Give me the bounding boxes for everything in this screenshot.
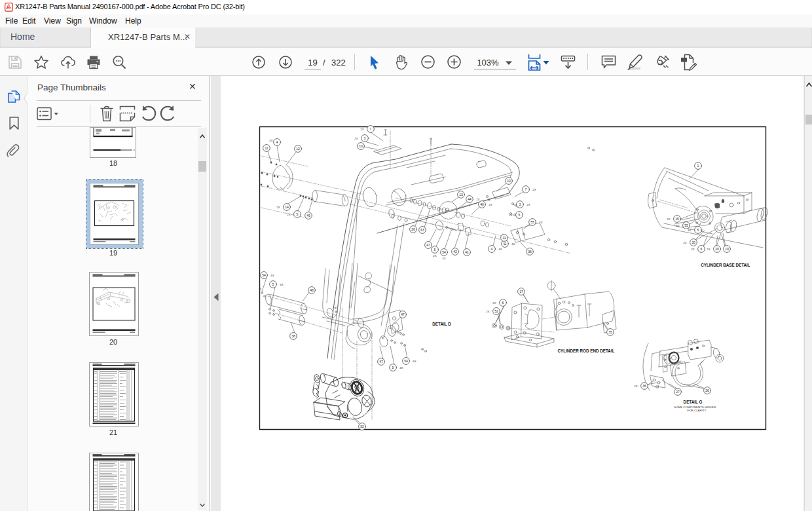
svg-text:38: 38 [291, 334, 295, 338]
svg-text:52: 52 [360, 425, 364, 428]
svg-text:47: 47 [426, 243, 430, 247]
svg-text:2X: 2X [526, 203, 530, 206]
svg-text:2X: 2X [354, 137, 358, 140]
svg-text:2X: 2X [360, 128, 363, 131]
svg-text:2X: 2X [492, 301, 496, 305]
svg-text:2X: 2X [276, 206, 280, 209]
svg-text:2X: 2X [433, 254, 436, 257]
svg-text:17: 17 [519, 290, 523, 293]
svg-text:36: 36 [528, 250, 532, 254]
svg-text:48: 48 [310, 288, 314, 292]
svg-text:2X: 2X [509, 214, 512, 217]
svg-text:2X: 2X [287, 213, 290, 216]
svg-text:2X: 2X [476, 198, 479, 201]
svg-text:2X: 2X [532, 188, 536, 191]
svg-text:15: 15 [675, 217, 679, 221]
svg-text:2X: 2X [667, 218, 670, 221]
svg-text:19: 19 [725, 247, 729, 251]
svg-text:5: 5 [434, 248, 436, 252]
svg-text:30: 30 [692, 240, 695, 244]
svg-text:4X: 4X [270, 274, 274, 277]
svg-text:DETAIL G: DETAIL G [684, 400, 703, 404]
svg-text:6: 6 [502, 301, 504, 305]
svg-text:10: 10 [507, 179, 511, 183]
svg-text:4X: 4X [676, 224, 679, 227]
svg-text:2X: 2X [691, 248, 694, 251]
svg-text:35: 35 [608, 330, 612, 334]
svg-text:5: 5 [519, 213, 521, 217]
svg-text:4X: 4X [511, 242, 515, 246]
svg-text:2X: 2X [707, 248, 710, 251]
svg-text:20: 20 [715, 247, 719, 251]
svg-text:54: 54 [442, 250, 446, 254]
svg-text:55: 55 [530, 220, 534, 224]
svg-text:CYLINDER ROD END DETAIL: CYLINDER ROD END DETAIL [558, 349, 615, 353]
svg-text:26: 26 [411, 227, 415, 231]
svg-text:41: 41 [465, 250, 469, 254]
svg-text:1: 1 [697, 164, 699, 168]
svg-text:36: 36 [642, 384, 646, 388]
svg-text:6X: 6X [413, 360, 416, 363]
svg-text:5: 5 [392, 366, 394, 369]
svg-text:63: 63 [420, 228, 424, 232]
svg-text:4X: 4X [688, 229, 691, 232]
svg-text:3: 3 [519, 202, 521, 206]
svg-text:10: 10 [359, 144, 363, 148]
svg-text:42: 42 [453, 250, 457, 254]
svg-text:6: 6 [701, 247, 703, 251]
svg-text:54: 54 [262, 273, 266, 277]
svg-text:2X: 2X [683, 241, 686, 244]
svg-text:47: 47 [401, 312, 405, 316]
svg-text:14: 14 [285, 205, 289, 209]
svg-text:26: 26 [705, 388, 709, 392]
svg-text:13: 13 [459, 193, 463, 197]
svg-text:4X: 4X [280, 283, 283, 286]
svg-text:11: 11 [265, 146, 268, 150]
svg-text:DETAIL D: DETAIL D [432, 322, 451, 326]
svg-text:FOR CLARITY: FOR CLARITY [687, 409, 706, 412]
svg-text:2X: 2X [539, 221, 542, 224]
svg-text:54: 54 [404, 359, 408, 363]
svg-text:47: 47 [379, 360, 383, 364]
svg-text:4X: 4X [269, 139, 272, 142]
svg-text:4: 4 [491, 247, 493, 251]
svg-text:2X: 2X [486, 310, 489, 313]
svg-text:27: 27 [676, 390, 680, 394]
svg-text:4: 4 [276, 140, 278, 144]
svg-text:52: 52 [494, 309, 498, 313]
svg-text:5: 5 [697, 228, 699, 232]
svg-text:44: 44 [468, 197, 471, 201]
svg-text:2X: 2X [442, 257, 445, 260]
svg-text:2X: 2X [489, 203, 492, 206]
svg-text:5: 5 [272, 282, 274, 286]
svg-text:12: 12 [296, 147, 300, 151]
svg-text:11: 11 [502, 236, 506, 240]
svg-text:49: 49 [306, 214, 310, 218]
svg-text:11: 11 [503, 242, 506, 246]
svg-text:CYLINDER BASE DETAIL: CYLINDER BASE DETAIL [701, 263, 750, 267]
svg-text:4X: 4X [498, 248, 502, 251]
svg-text:4X: 4X [399, 366, 403, 369]
svg-text:7: 7 [370, 127, 372, 131]
svg-text:3: 3 [364, 136, 366, 140]
svg-text:2X: 2X [634, 385, 637, 388]
svg-text:40: 40 [480, 202, 484, 206]
svg-text:55: 55 [684, 223, 688, 227]
svg-text:5: 5 [297, 212, 299, 216]
svg-text:7: 7 [525, 187, 527, 191]
